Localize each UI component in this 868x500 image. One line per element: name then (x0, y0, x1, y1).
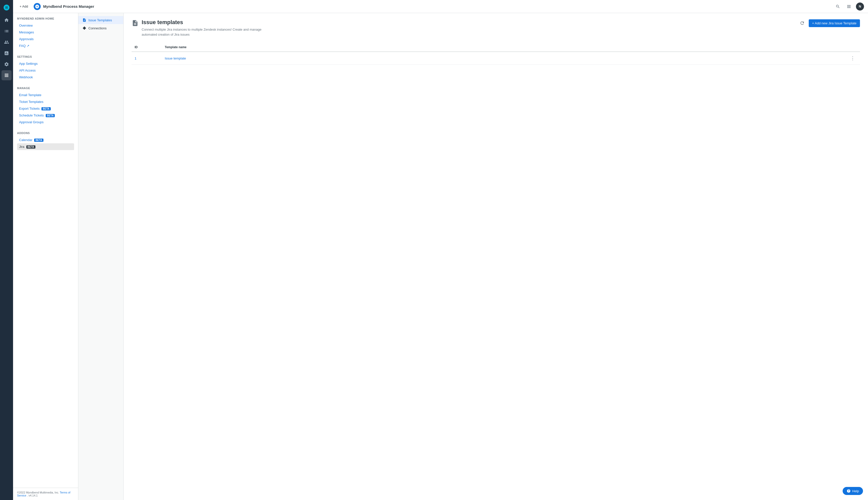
sidebar-section-admin-title: MYNDBEND ADMIN HOME (17, 17, 74, 20)
help-label: Help (852, 489, 859, 493)
main-content: Issue templates Connect multiple Jira in… (124, 13, 868, 500)
template-name-link[interactable]: Issue template (165, 56, 186, 60)
sidebar-link-webhook[interactable]: Webhook (17, 74, 74, 81)
nav-apps[interactable] (1, 70, 12, 80)
sidebar-section-addons-title: ADDONS (17, 132, 74, 135)
calendar-beta-badge: BETA (34, 138, 43, 142)
add-button[interactable]: + Add (17, 3, 31, 10)
diamond-icon (82, 26, 86, 30)
sidebar-link-email-template[interactable]: Email Template (17, 92, 74, 99)
sidebar-link-faq[interactable]: FAQ ↗ (17, 43, 74, 49)
global-nav (0, 0, 13, 500)
secondary-nav-connections[interactable]: Connections (78, 24, 123, 32)
grid-button[interactable] (845, 2, 853, 11)
table-row: 1 Issue template ⋮ (132, 52, 860, 65)
global-logo[interactable] (2, 3, 11, 12)
row-more-button[interactable]: ⋮ (848, 55, 857, 61)
sidebar: MYNDBEND ADMIN HOME Overview Messages Ap… (13, 13, 78, 500)
sidebar-link-api-access[interactable]: API Access (17, 67, 74, 74)
sidebar-section-settings-title: SETTINGS (17, 55, 74, 58)
page-subtitle: Connect multiple Jira instances to multi… (142, 27, 262, 37)
top-bar-actions: N (834, 2, 864, 11)
sidebar-link-messages[interactable]: Messages (17, 29, 74, 36)
sidebar-link-approval-groups[interactable]: Approval Groups (17, 119, 74, 125)
help-button[interactable]: Help (843, 487, 863, 495)
nav-views[interactable] (1, 26, 12, 36)
sidebar-link-app-settings[interactable]: App Settings (17, 60, 74, 67)
nav-users[interactable] (1, 37, 12, 47)
file-icon (82, 18, 86, 22)
add-template-label: + Add new Jira Issue Template (812, 21, 856, 25)
page-header: Issue templates Connect multiple Jira in… (132, 19, 860, 37)
page-actions: + Add new Jira Issue Template (798, 19, 860, 27)
sidebar-link-export-tickets[interactable]: Export Tickets BETA (17, 105, 74, 112)
sidebar-link-jira[interactable]: Jira BETA (17, 143, 74, 150)
sidebar-footer: ©2022 Myndbend Multimedia, Inc. Terms of… (13, 488, 78, 500)
jira-beta-badge: BETA (26, 145, 35, 149)
sidebar-link-ticket-templates[interactable]: Ticket Templates (17, 99, 74, 105)
cell-id: 1 (132, 52, 162, 65)
search-button[interactable] (834, 2, 842, 11)
help-icon (847, 489, 851, 493)
nav-settings[interactable] (1, 59, 12, 69)
issue-templates-table: ID Template name 1 Issue template ⋮ (132, 43, 860, 65)
id-link[interactable]: 1 (135, 56, 136, 60)
sidebar-section-manage-title: MANAGE (17, 87, 74, 90)
page-icon (132, 20, 138, 27)
cell-template-name: Issue template (162, 52, 845, 65)
page-title: Issue templates (142, 19, 262, 26)
top-bar: + Add Myndbend Process Manager N (13, 0, 868, 13)
add-template-button[interactable]: + Add new Jira Issue Template (809, 19, 860, 27)
refresh-button[interactable] (798, 19, 806, 27)
cell-actions: ⋮ (845, 52, 860, 65)
app-title: Myndbend Process Manager (43, 4, 831, 9)
column-id: ID (132, 43, 162, 52)
column-template-name: Template name (162, 43, 845, 52)
sidebar-link-approvals[interactable]: Approvals (17, 36, 74, 43)
nav-reports[interactable] (1, 48, 12, 58)
nav-home[interactable] (1, 15, 12, 25)
secondary-nav-connections-label: Connections (88, 26, 107, 30)
secondary-nav-issue-templates[interactable]: Issue Templates (78, 16, 123, 24)
sidebar-link-schedule-tickets[interactable]: Schedule Tickets BETA (17, 112, 74, 119)
secondary-nav: Issue Templates Connections (78, 13, 124, 500)
add-label: + Add (20, 4, 28, 8)
secondary-nav-issue-templates-label: Issue Templates (88, 18, 112, 22)
schedule-tickets-beta-badge: BETA (46, 114, 55, 117)
app-logo (34, 3, 41, 10)
sidebar-link-overview[interactable]: Overview (17, 22, 74, 29)
user-avatar[interactable]: N (856, 2, 864, 11)
sidebar-link-calendar[interactable]: Calendar BETA (17, 137, 74, 143)
export-tickets-beta-badge: BETA (42, 107, 51, 111)
